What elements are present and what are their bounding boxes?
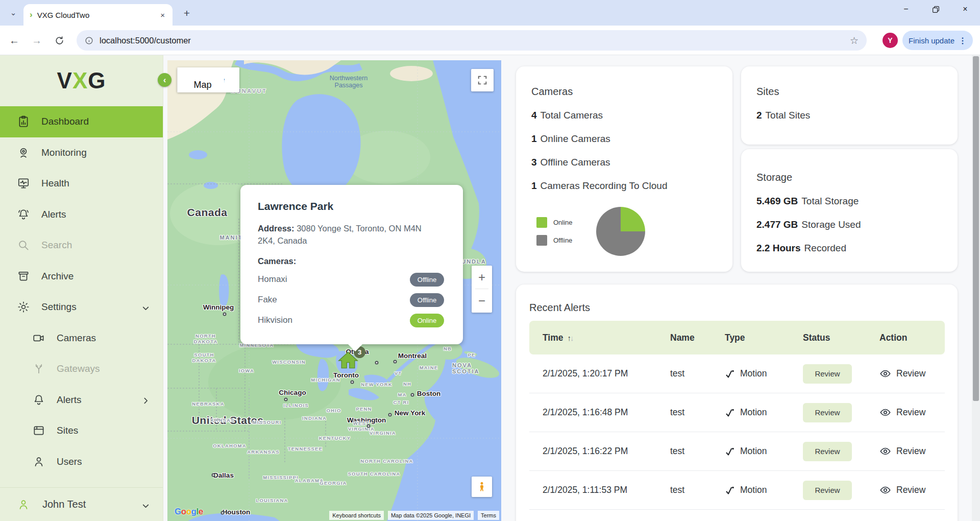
- window-minimize-button[interactable]: −: [891, 0, 921, 18]
- keyboard-shortcuts-link[interactable]: Keyboard shortcuts: [329, 511, 384, 520]
- sidebar-item-sites[interactable]: Sites: [0, 415, 163, 446]
- profile-avatar[interactable]: Y: [883, 33, 898, 48]
- browser-tab[interactable]: › VXG CloudTwo ×: [23, 4, 173, 26]
- cell-action[interactable]: Review: [866, 484, 945, 496]
- sidebar-item-health[interactable]: Health: [0, 168, 163, 199]
- sidebar-item-label: Cameras: [57, 333, 96, 344]
- review-status-button[interactable]: Review: [803, 481, 852, 500]
- sidebar-item-alerts[interactable]: Alerts: [0, 199, 163, 230]
- map-label: Northwestern Passages: [330, 75, 368, 89]
- sidebar-item-archive[interactable]: Archive: [0, 261, 163, 292]
- stat-label: Total Sites: [766, 110, 811, 121]
- site-info-icon[interactable]: [85, 36, 93, 45]
- alert-name: test: [670, 446, 684, 457]
- browser-toolbar: ← → localhost:5000/customer ☆ Y Finish u…: [0, 26, 980, 55]
- city-dot-icon: [212, 473, 215, 477]
- map-view-button[interactable]: Map: [181, 73, 224, 92]
- map-label: New York: [395, 409, 425, 417]
- alert-name: test: [670, 485, 684, 495]
- browser-tab-strip: ⌄ › VXG CloudTwo × + − ×: [0, 0, 980, 26]
- sidebar-collapse-button[interactable]: ‹: [158, 73, 172, 87]
- cell-action[interactable]: Review: [866, 368, 945, 380]
- window-restore-button[interactable]: [921, 0, 950, 18]
- window-close-button[interactable]: ×: [950, 0, 980, 18]
- legend-swatch: [536, 217, 547, 228]
- table-row[interactable]: 2/1/2025, 1:11:53 PMtestMotionReviewRevi…: [529, 471, 945, 510]
- page-scrollbar[interactable]: [972, 55, 980, 521]
- stat-value: 2.477 GB: [756, 219, 798, 230]
- sidebar-item-monitoring[interactable]: Monitoring: [0, 137, 163, 169]
- review-status-button[interactable]: Review: [803, 442, 852, 461]
- forward-button[interactable]: →: [28, 31, 46, 50]
- sidebar-item-label: Settings: [41, 301, 77, 313]
- tab-search-icon[interactable]: ⌄: [6, 6, 20, 19]
- sidebar-item-gateways[interactable]: Gateways: [0, 353, 163, 385]
- cell-name: test: [657, 446, 712, 457]
- back-button[interactable]: ←: [5, 31, 23, 50]
- motion-icon: [725, 485, 735, 495]
- recent-alerts-card: Recent Alerts Time↑↓NameTypeStatusAction…: [516, 285, 958, 521]
- map-label: NB: [444, 346, 452, 351]
- cell-action[interactable]: Review: [866, 445, 945, 457]
- scrollbar-thumb[interactable]: [973, 56, 979, 401]
- cell-action[interactable]: Review: [866, 407, 945, 418]
- cell-name: test: [657, 368, 712, 379]
- action-label: Review: [896, 446, 925, 457]
- address-bar[interactable]: localhost:5000/customer ☆: [77, 30, 867, 51]
- zoom-in-button[interactable]: +: [472, 266, 492, 289]
- browser-menu-icon[interactable]: ⋮: [959, 36, 967, 45]
- info-camera-row: HikvisionOnline: [258, 314, 444, 327]
- sites-icon: [32, 424, 45, 437]
- map-label: Boston: [417, 390, 441, 397]
- stat-value: 5.469 GB: [756, 196, 798, 206]
- gateways-icon: [32, 362, 45, 375]
- sidebar-item-search[interactable]: Search: [0, 230, 163, 261]
- main-content: Northwestern PassagesNUNAVUTCanadaMANITO…: [163, 55, 980, 521]
- review-status-button[interactable]: Review: [803, 403, 852, 422]
- storage-stats: 5.469 GBTotal Storage2.477 GBStorage Use…: [756, 196, 942, 254]
- sidebar-item-users[interactable]: Users: [0, 446, 163, 478]
- info-camera-row: FakeOffline: [258, 293, 444, 307]
- user-avatar-icon: [17, 498, 30, 511]
- map-label: MISSOURI: [253, 419, 282, 425]
- table-row[interactable]: 2/1/2025, 1:16:22 PMtestMotionReviewRevi…: [529, 432, 945, 471]
- map-label: NOVA SCOTIA: [452, 362, 485, 374]
- sidebar-item-dashboard[interactable]: Dashboard: [0, 106, 163, 137]
- new-tab-button[interactable]: +: [180, 6, 194, 20]
- camera-status-badge: Offline: [410, 293, 444, 307]
- column-header-action: Action: [866, 333, 945, 343]
- cell-type: Motion: [712, 485, 790, 495]
- sidebar-item-alerts[interactable]: Alerts: [0, 385, 163, 416]
- chevron-down-icon: [142, 501, 150, 508]
- city-dot-icon: [284, 398, 288, 401]
- tab-close-icon[interactable]: ×: [159, 11, 166, 19]
- stat-label: Recorded: [804, 243, 846, 253]
- reload-button[interactable]: [50, 31, 68, 50]
- column-header-status: Status: [790, 333, 866, 343]
- zoom-out-button[interactable]: −: [472, 289, 492, 312]
- pegman-streetview-button[interactable]: [472, 477, 492, 497]
- review-status-button[interactable]: Review: [803, 364, 852, 384]
- sidebar-item-cameras[interactable]: Cameras: [0, 323, 163, 354]
- sidebar-item-label: Monitoring: [41, 147, 87, 158]
- bookmark-star-icon[interactable]: ☆: [850, 35, 859, 46]
- sidebar-user-menu[interactable]: John Test: [0, 487, 163, 521]
- map-label: KANSAS: [210, 417, 234, 423]
- sidebar-item-settings[interactable]: Settings: [0, 292, 163, 323]
- google-logo[interactable]: Google: [175, 507, 203, 517]
- finish-update-button[interactable]: Finish update ⋮: [902, 31, 973, 50]
- map[interactable]: Northwestern PassagesNUNAVUTCanadaMANITO…: [167, 60, 501, 521]
- cell-status: Review: [790, 403, 866, 422]
- map-label: Chicago: [279, 389, 306, 396]
- table-row[interactable]: 2/1/2025, 1:20:17 PMtestMotionReviewRevi…: [529, 354, 945, 393]
- address-label: Address:: [258, 224, 295, 233]
- map-label: Canada: [187, 206, 228, 219]
- cameras-card-title: Cameras: [531, 86, 717, 98]
- table-row[interactable]: 2/1/2025, 1:16:48 PMtestMotionReviewRevi…: [529, 393, 945, 432]
- sidebar-item-label: Gateways: [57, 363, 100, 374]
- terms-link[interactable]: Terms: [478, 511, 499, 520]
- fullscreen-button[interactable]: [471, 69, 494, 91]
- column-header-time[interactable]: Time↑↓: [529, 333, 657, 343]
- google-logo-letter: G: [175, 507, 181, 516]
- site-marker[interactable]: 3: [337, 349, 361, 374]
